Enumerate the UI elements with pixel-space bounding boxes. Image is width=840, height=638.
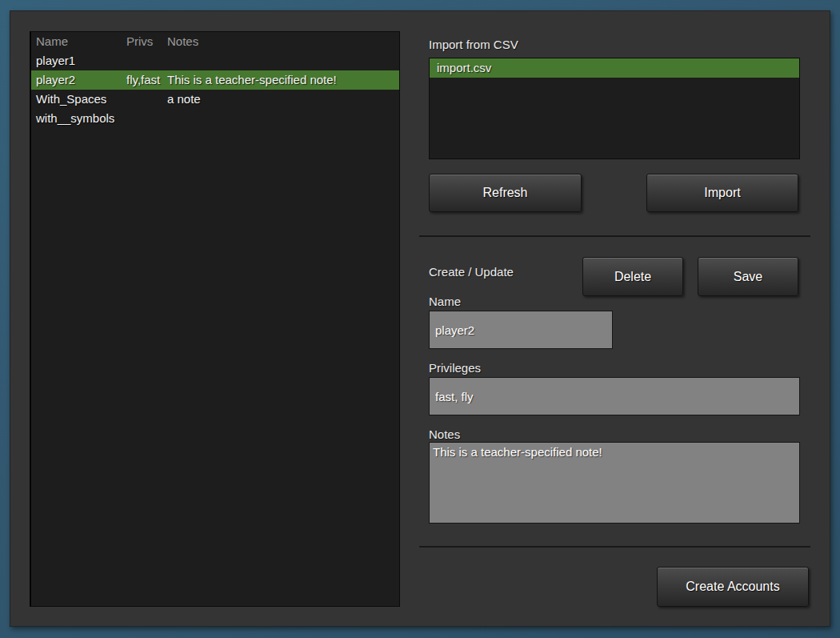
cell-privs: fly,fast [122,70,162,90]
accounts-table: Name Privs Notes player1 player2 fly,fas… [30,31,400,607]
name-input[interactable] [429,311,613,349]
table-row-player2[interactable]: player2 fly,fast This is a teacher-speci… [31,70,399,90]
table-row-player1[interactable]: player1 [31,51,399,70]
cell-privs [122,51,162,70]
cell-notes [162,109,399,128]
app-window: Name Privs Notes player1 player2 fly,fas… [10,10,830,627]
cell-name: player1 [31,51,122,70]
column-header-name: Name [31,32,122,51]
delete-button[interactable]: Delete [582,257,683,296]
import-section-title: Import from CSV [429,38,518,52]
cell-privs [122,109,162,128]
cell-name: With_Spaces [31,90,122,109]
cell-notes [162,51,399,70]
refresh-button[interactable]: Refresh [429,174,582,212]
csv-file-item[interactable]: import.csv [430,58,799,78]
notes-field-label: Notes [429,427,460,442]
privileges-input[interactable] [429,377,800,415]
import-button[interactable]: Import [646,174,798,212]
accounts-table-header: Name Privs Notes [31,32,399,51]
cell-privs [122,90,162,109]
right-panel: Import from CSV import.csv Refresh Impor… [419,11,810,626]
table-row-with-symbols[interactable]: with__symbols [31,109,399,128]
create-update-section-title: Create / Update [429,265,514,279]
csv-file-listbox[interactable]: import.csv [429,58,800,159]
section-divider-top [419,235,810,237]
name-field-label: Name [429,295,461,309]
create-accounts-button[interactable]: Create Accounts [657,567,809,607]
table-row-with-spaces[interactable]: With_Spaces a note [31,90,399,109]
save-button[interactable]: Save [698,257,798,296]
section-divider-bottom [419,546,810,548]
privileges-field-label: Privileges [429,361,481,375]
cell-notes: a note [162,90,399,109]
column-header-notes: Notes [162,32,399,51]
cell-notes: This is a teacher-specified note! [162,70,399,90]
cell-name: player2 [31,70,122,90]
cell-name: with__symbols [31,109,122,128]
column-header-privs: Privs [122,32,162,51]
desktop-background: { "colors": { "selection_green": "#47782… [0,0,840,638]
notes-textarea[interactable]: This is a teacher-specified note! [429,442,800,524]
